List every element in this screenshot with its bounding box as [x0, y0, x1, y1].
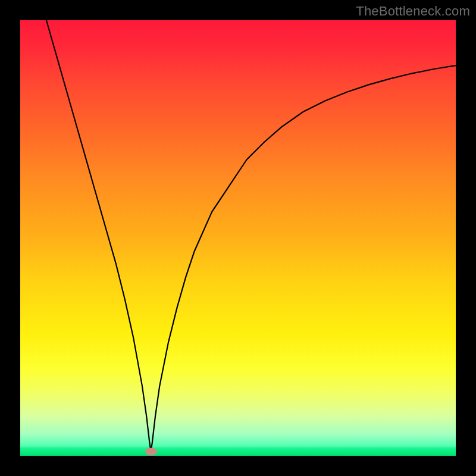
chart-container: TheBottleneck.com	[0, 0, 476, 476]
bottleneck-curve	[20, 20, 456, 456]
plot-area	[20, 20, 456, 456]
minimum-marker-icon	[145, 447, 157, 455]
watermark-text: TheBottleneck.com	[356, 4, 470, 19]
